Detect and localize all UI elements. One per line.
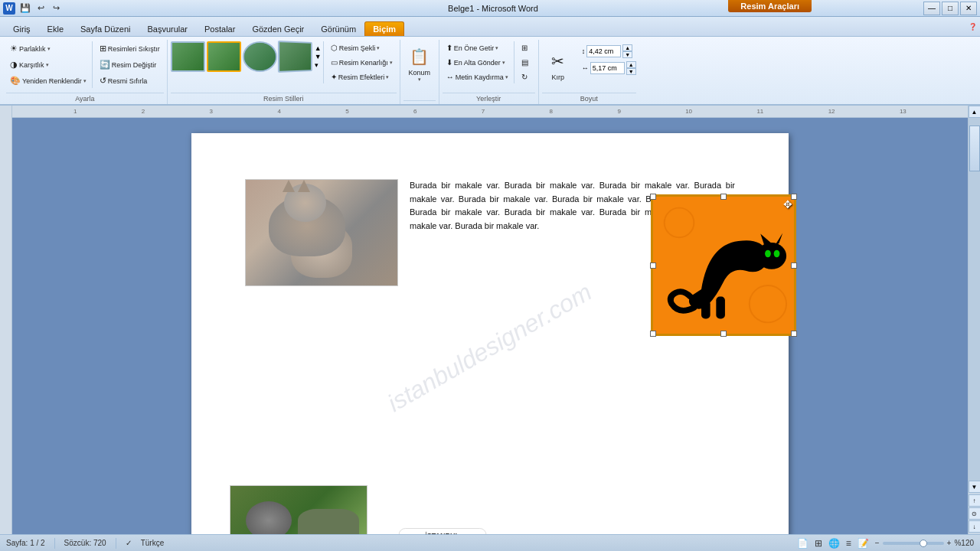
view-draft-btn[interactable]: 📝 bbox=[858, 538, 869, 549]
karsitlik-dropdown-arrow: ▾ bbox=[46, 62, 49, 68]
kirp-button[interactable]: ✂ Kırp bbox=[542, 46, 574, 84]
metin-kaydirma-button[interactable]: ↔ Metin Kaydırma ▾ bbox=[443, 70, 512, 83]
svg-point-7 bbox=[774, 250, 780, 258]
height-down-button[interactable]: ▼ bbox=[622, 51, 632, 58]
en-alta-gonder-button[interactable]: ⬇ En Alta Gönder ▾ bbox=[443, 56, 512, 69]
handle-bot-right[interactable] bbox=[791, 331, 797, 337]
handle-top-left[interactable] bbox=[650, 194, 656, 200]
kitten-image[interactable] bbox=[245, 179, 398, 286]
resim-efektleri-button[interactable]: ✦ Resim Efektleri ▾ bbox=[327, 70, 397, 83]
minimize-button[interactable]: — bbox=[923, 2, 940, 15]
tab-gozden-gecir[interactable]: Gözden Geçir bbox=[243, 21, 312, 36]
svg-rect-8 bbox=[716, 297, 725, 319]
cat-orange-image[interactable]: ✥ bbox=[651, 194, 796, 336]
handle-mid-right[interactable] bbox=[791, 262, 797, 269]
spell-check-icon[interactable]: ✓ bbox=[126, 539, 132, 547]
next-page-button[interactable]: ↓ bbox=[969, 520, 981, 533]
konum-buttons: 📋 Konum ▾ bbox=[403, 41, 436, 99]
resimleri-sikistir-button[interactable]: ⊞ Resimleri Sıkıştır bbox=[96, 41, 164, 56]
style-scroll[interactable]: ▲ ▼ ▾ bbox=[315, 44, 322, 69]
tab-giris[interactable]: Giriş bbox=[5, 21, 39, 36]
move-cursor-icon: ✥ bbox=[783, 198, 792, 210]
handle-mid-left[interactable] bbox=[650, 262, 656, 269]
black-cat-svg bbox=[653, 197, 794, 334]
prev-page-button[interactable]: ↑ bbox=[969, 494, 981, 507]
boyut-label: Boyut bbox=[542, 93, 636, 103]
boyut-buttons: ✂ Kırp ↕ ▲ ▼ ↔ ▲ bbox=[542, 41, 636, 91]
svg-point-3 bbox=[756, 243, 786, 269]
resim-duzeni-buttons: ⬡ Resim Şekli ▾ ▭ Resim Kenarlığı ▾ ✦ Re… bbox=[323, 41, 397, 83]
handle-bot-mid[interactable] bbox=[720, 331, 727, 337]
resmi-sifirla-button[interactable]: ↺ Resmi Sıfırla bbox=[96, 73, 164, 88]
resim-sekli-button[interactable]: ⬡ Resim Şekli ▾ bbox=[327, 41, 397, 54]
zoom-in-button[interactable]: + bbox=[947, 539, 952, 547]
tab-ekle[interactable]: Ekle bbox=[39, 21, 72, 36]
grupla-button[interactable]: ▤ bbox=[518, 56, 532, 69]
handle-top-mid[interactable] bbox=[720, 194, 727, 200]
ayarla-buttons: ☀ Parlaklık ▾ ◑ Karşıtlık ▾ 🎨 Yeniden Re… bbox=[6, 41, 164, 91]
width-input[interactable] bbox=[590, 62, 625, 74]
title-bar-left: W 💾 ↩ ↪ bbox=[3, 2, 63, 15]
img-style-2[interactable] bbox=[207, 41, 241, 72]
zoom-out-button[interactable]: − bbox=[875, 539, 880, 547]
zoom-thumb[interactable] bbox=[920, 540, 927, 547]
konum-button[interactable]: 📋 Konum ▾ bbox=[403, 41, 436, 86]
img-style-4[interactable] bbox=[278, 41, 312, 73]
kirp-icon: ✂ bbox=[546, 49, 570, 73]
scrollbar-track[interactable] bbox=[969, 118, 980, 481]
view-print-btn[interactable]: 📄 bbox=[797, 538, 808, 549]
yeniden-renklendir-dropdown-arrow: ▾ bbox=[83, 78, 87, 84]
redo-button[interactable]: ↪ bbox=[49, 2, 63, 15]
scrollbar-thumb[interactable] bbox=[969, 126, 980, 171]
help-icon: ❓ bbox=[969, 23, 977, 31]
en-one-getir-button[interactable]: ⬆ En Öne Getir ▾ bbox=[443, 41, 512, 54]
status-bar: Sayfa: 1 / 2 Sözcük: 720 ✓ Türkçe 📄 ⊞ 🌐 … bbox=[0, 534, 980, 551]
scroll-down-button[interactable]: ▼ bbox=[969, 481, 981, 493]
height-label: ↕ bbox=[582, 47, 586, 55]
height-input[interactable] bbox=[586, 45, 621, 57]
zoom-bar: − + %120 bbox=[875, 539, 974, 547]
language-indicator[interactable]: Türkçe bbox=[141, 539, 165, 547]
resim-kenarlik-button[interactable]: ▭ Resim Kenarlığı ▾ bbox=[327, 56, 397, 69]
konum-arrow: ▾ bbox=[418, 77, 421, 83]
dondur-button[interactable]: ↻ bbox=[518, 70, 532, 83]
width-down-button[interactable]: ▼ bbox=[626, 68, 636, 75]
tab-basvurular[interactable]: Başvurular bbox=[139, 21, 196, 36]
handle-bot-left[interactable] bbox=[650, 331, 656, 337]
img-style-3[interactable] bbox=[243, 41, 277, 72]
istanbul-designer-logo: İSTANBUL DESIGNER ⚓ .com bbox=[398, 528, 486, 534]
tab-postalar[interactable]: Postalar bbox=[196, 21, 243, 36]
scroll-up-button[interactable]: ▲ bbox=[969, 106, 981, 118]
hizala-button[interactable]: ⊞ bbox=[518, 41, 532, 54]
document-area: 12345678910111213 istanbuldesigner.com bbox=[0, 106, 980, 534]
parlaklik-button[interactable]: ☀ Parlaklık ▾ bbox=[6, 41, 90, 56]
tab-sayfa-duzeni[interactable]: Sayfa Düzeni bbox=[72, 21, 139, 36]
maximize-button[interactable]: □ bbox=[942, 2, 959, 15]
window-controls: — □ ✕ bbox=[923, 2, 977, 15]
tab-bicim[interactable]: Biçim bbox=[364, 21, 404, 36]
yeniden-renklendir-button[interactable]: 🎨 Yeniden Renklendir ▾ bbox=[6, 73, 90, 88]
cat2-body bbox=[298, 509, 359, 534]
tab-gorunum[interactable]: Görünüm bbox=[312, 21, 364, 36]
height-up-button[interactable]: ▲ bbox=[622, 44, 632, 51]
karsitlik-button[interactable]: ◑ Karşıtlık ▾ bbox=[6, 57, 90, 72]
view-fullscreen-btn[interactable]: ⊞ bbox=[815, 538, 822, 549]
yerlestir-label: Yerleştir bbox=[443, 93, 535, 103]
second-cat-image[interactable] bbox=[230, 485, 368, 534]
doc-main: 12345678910111213 istanbuldesigner.com bbox=[12, 106, 968, 534]
view-outline-btn[interactable]: ≡ bbox=[846, 538, 851, 549]
close-button[interactable]: ✕ bbox=[960, 2, 977, 15]
quick-access-toolbar: 💾 ↩ ↪ bbox=[18, 2, 63, 15]
resim-degistir-button[interactable]: 🔄 Resim Değiştir bbox=[96, 57, 164, 72]
save-button[interactable]: 💾 bbox=[18, 2, 32, 15]
width-input-row: ↔ ▲ ▼ bbox=[582, 61, 636, 75]
doc-viewport[interactable]: istanbuldesigner.com Burada bir makale v… bbox=[12, 118, 968, 534]
select-browse-button[interactable]: ⊙ bbox=[969, 507, 981, 520]
zoom-slider[interactable] bbox=[883, 542, 944, 545]
page-indicator: Sayfa: 1 / 2 bbox=[6, 539, 45, 547]
view-web-btn[interactable]: 🌐 bbox=[828, 538, 840, 549]
width-up-button[interactable]: ▲ bbox=[626, 61, 636, 68]
svg-point-6 bbox=[765, 250, 771, 258]
img-style-1[interactable] bbox=[171, 41, 205, 72]
undo-button[interactable]: ↩ bbox=[34, 2, 47, 15]
